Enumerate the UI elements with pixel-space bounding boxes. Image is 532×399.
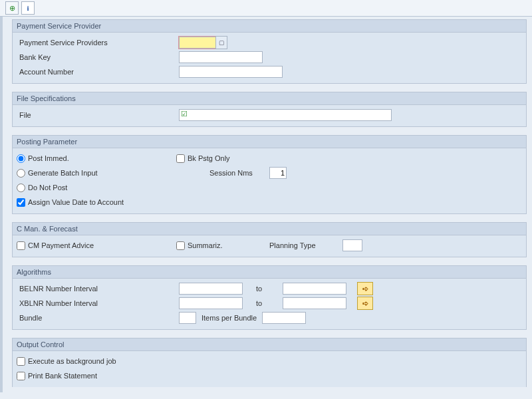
check-bk-pstg-only[interactable] bbox=[176, 154, 185, 163]
label-bundle: Bundle bbox=[17, 314, 179, 322]
input-bundle[interactable] bbox=[179, 312, 196, 324]
label-bk-pstg-only: Bk Pstg Only bbox=[188, 154, 230, 162]
label-session-nms: Session Nms bbox=[209, 169, 269, 177]
f4-help-icon[interactable]: ▢ bbox=[215, 36, 227, 49]
group-title: Output Control bbox=[13, 338, 526, 351]
label-assign-value-date: Assign Value Date to Account bbox=[28, 198, 124, 206]
label-print-bank-statement: Print Bank Statement bbox=[28, 372, 97, 380]
label-cm-payment-advice: CM Payment Advice bbox=[28, 241, 94, 249]
check-icon: ☑ bbox=[181, 110, 188, 118]
input-psp[interactable] bbox=[179, 37, 216, 49]
input-session-nms[interactable] bbox=[269, 167, 287, 179]
radio-post-immed[interactable] bbox=[17, 154, 25, 163]
label-planning-type: Planning Type bbox=[269, 241, 342, 249]
info-button[interactable]: i bbox=[21, 1, 35, 15]
group-output-control: Output Control Execute as background job… bbox=[12, 338, 527, 387]
check-assign-value-date[interactable] bbox=[17, 198, 25, 207]
group-title: File Specifications bbox=[13, 92, 526, 105]
label-generate-batch: Generate Batch Input bbox=[28, 169, 98, 177]
label-items-per-bundle: Items per Bundle bbox=[196, 314, 262, 322]
selection-screen: Payment Service Provider Payment Service… bbox=[0, 17, 532, 392]
group-title: Payment Service Provider bbox=[13, 20, 526, 33]
group-title: Algorithms bbox=[13, 266, 526, 279]
label-account-number: Account Number bbox=[17, 68, 179, 76]
check-cm-payment-advice[interactable] bbox=[17, 241, 25, 250]
input-xblnr-from[interactable] bbox=[179, 297, 243, 309]
label-file: File bbox=[17, 111, 179, 119]
input-belnr-from[interactable] bbox=[179, 283, 243, 295]
multi-select-button[interactable]: ➪ bbox=[357, 282, 373, 295]
check-execute-background[interactable] bbox=[17, 357, 25, 366]
label-bank-key: Bank Key bbox=[17, 53, 179, 61]
input-file[interactable] bbox=[179, 109, 392, 121]
input-account-number[interactable] bbox=[179, 66, 283, 78]
input-bank-key[interactable] bbox=[179, 51, 263, 63]
input-items-per-bundle[interactable] bbox=[262, 312, 306, 324]
check-summariz[interactable] bbox=[176, 241, 185, 250]
label-psp: Payment Service Providers bbox=[17, 39, 179, 47]
label-summariz: Summariz. bbox=[188, 241, 223, 249]
label-to: to bbox=[243, 285, 283, 293]
label-belnr-interval: BELNR Number Interval bbox=[17, 285, 179, 293]
group-payment-service-provider: Payment Service Provider Payment Service… bbox=[12, 19, 527, 84]
group-title: Posting Parameter bbox=[13, 136, 526, 148]
group-posting-parameter: Posting Parameter Post Immed. Bk Pstg On… bbox=[12, 135, 527, 214]
app-toolbar: ⊕ i bbox=[0, 0, 532, 17]
radio-do-not-post[interactable] bbox=[17, 184, 25, 192]
multi-select-button[interactable]: ➪ bbox=[357, 297, 373, 310]
label-xblnr-interval: XBLNR Number Interval bbox=[17, 299, 179, 307]
group-cman-forecast: C Man. & Forecast CM Payment Advice Summ… bbox=[12, 222, 527, 257]
input-belnr-to[interactable] bbox=[283, 283, 346, 295]
label-post-immed: Post Immed. bbox=[28, 154, 69, 162]
execute-button[interactable]: ⊕ bbox=[5, 1, 19, 15]
radio-generate-batch[interactable] bbox=[17, 169, 25, 178]
group-algorithms: Algorithms BELNR Number Interval to ➪ XB… bbox=[12, 265, 527, 330]
label-do-not-post: Do Not Post bbox=[28, 184, 67, 192]
label-to: to bbox=[243, 299, 283, 307]
group-file-specifications: File Specifications File ☑ bbox=[12, 92, 527, 127]
group-title: C Man. & Forecast bbox=[13, 223, 526, 235]
label-execute-background: Execute as background job bbox=[28, 357, 116, 365]
input-xblnr-to[interactable] bbox=[283, 297, 346, 309]
check-print-bank-statement[interactable] bbox=[17, 372, 25, 380]
input-planning-type[interactable] bbox=[342, 239, 362, 251]
